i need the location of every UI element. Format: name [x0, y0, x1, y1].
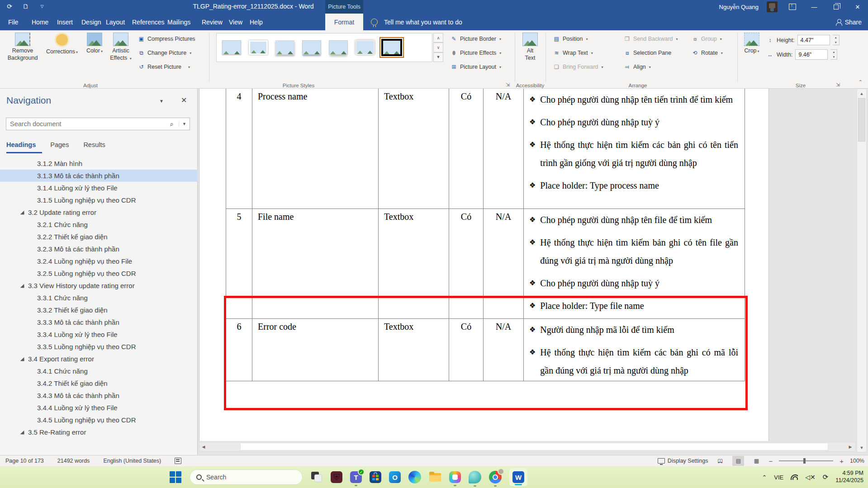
tab-help[interactable]: Help: [248, 14, 265, 30]
picture-layout-button[interactable]: ⊞ Picture Layout▾: [450, 62, 501, 72]
edge-icon[interactable]: [408, 471, 421, 483]
close-button[interactable]: ✕: [851, 0, 864, 14]
task-view-button[interactable]: [310, 471, 323, 483]
horizontal-scrollbar[interactable]: ◀ ▶: [199, 442, 856, 451]
artistic-effects-button[interactable]: Artistic Effects ▾: [108, 33, 134, 62]
nav-heading-item[interactable]: 3.4 Export rating error: [0, 353, 198, 365]
collapse-triangle-icon[interactable]: [20, 430, 24, 434]
ribbon-display-options-icon[interactable]: [786, 0, 799, 14]
nav-heading-item[interactable]: 3.2.1 Chức năng: [0, 218, 198, 231]
scroll-up-icon[interactable]: ▲: [857, 90, 866, 97]
tab-insert[interactable]: Insert: [55, 14, 75, 30]
tab-file[interactable]: File: [6, 14, 20, 30]
nav-heading-item[interactable]: 3.4.2 Thiết kế giao diện: [0, 377, 198, 389]
read-mode-icon[interactable]: 🕮: [714, 456, 726, 466]
nav-heading-item[interactable]: 3.1.3 Mô tả các thành phần: [0, 170, 198, 182]
collapse-ribbon-icon[interactable]: ⌃: [859, 79, 863, 85]
wrap-text-button[interactable]: ≋ Wrap Text▾: [553, 47, 593, 58]
zoom-percentage[interactable]: 100%: [850, 458, 864, 464]
nav-heading-item[interactable]: 3.3.2 Thiết kế giao diện: [0, 304, 198, 316]
search-input[interactable]: [6, 120, 165, 128]
height-spinner[interactable]: ▲▼: [833, 35, 840, 45]
change-picture-button[interactable]: ⧉ Change Picture▾: [138, 47, 191, 58]
nav-heading-item[interactable]: 3.4.5 Luồng nghiệp vụ theo CDR: [0, 414, 198, 426]
zoom-out-icon[interactable]: −: [768, 457, 773, 465]
start-button[interactable]: [169, 471, 182, 483]
taskbar-search-box[interactable]: Search: [190, 469, 303, 485]
restore-button[interactable]: [829, 0, 843, 14]
display-settings-button[interactable]: Display Settings: [658, 458, 708, 464]
picture-style-thumbnail-2[interactable]: [247, 38, 270, 57]
save-icon[interactable]: ⟳: [5, 1, 14, 11]
volume-muted-icon[interactable]: ◁✕: [805, 474, 816, 481]
navigation-search-box[interactable]: ⌕ ▼: [6, 118, 190, 130]
drop-app-icon[interactable]: [469, 471, 481, 483]
nav-heading-item[interactable]: 3.3.3 Mô tả các thành phần: [0, 316, 198, 328]
width-spinner[interactable]: ▲▼: [830, 49, 837, 60]
nav-heading-item[interactable]: 3.4.1 Chức năng: [0, 365, 198, 377]
color-button[interactable]: Color▾: [84, 33, 105, 55]
customize-qat-chevron-icon[interactable]: ▽: [37, 1, 47, 11]
send-backward-button[interactable]: ❐ Send Backward▾: [623, 33, 678, 44]
gallery-scroll-up-icon[interactable]: ∧: [433, 33, 443, 43]
tab-format[interactable]: Format: [325, 14, 363, 30]
share-button[interactable]: Share: [836, 14, 862, 30]
rotate-button[interactable]: ⟲ Rotate▾: [691, 47, 723, 58]
picture-style-thumbnail-3[interactable]: [274, 38, 296, 57]
nav-heading-item[interactable]: 3.1.5 Luồng nghiệp vụ theo CDR: [0, 194, 198, 206]
nav-tab-results[interactable]: Results: [83, 139, 111, 153]
wifi-icon[interactable]: [791, 474, 798, 480]
gallery-more-icon[interactable]: ▼: [433, 52, 443, 62]
update-pending-icon[interactable]: ⟳: [823, 473, 829, 481]
tab-layout[interactable]: Layout: [104, 14, 127, 30]
alt-text-button[interactable]: Alt Text: [518, 33, 542, 62]
nav-heading-item[interactable]: 3.2.5 Luồng nghiệp vụ theo CDR: [0, 267, 198, 280]
nav-heading-item[interactable]: 3.4.4 Luồng xử lý theo File: [0, 402, 198, 414]
tab-home[interactable]: Home: [30, 14, 50, 30]
tray-chevron-up-icon[interactable]: ⌃: [762, 474, 767, 481]
nav-heading-item[interactable]: 3.3 View History update rating error: [0, 280, 198, 292]
zoom-in-icon[interactable]: +: [840, 457, 844, 465]
zoom-slider-handle[interactable]: [803, 458, 806, 464]
picture-style-thumbnail-4[interactable]: [300, 38, 323, 57]
nav-tab-pages[interactable]: Pages: [50, 139, 75, 153]
scroll-right-icon[interactable]: ▶: [846, 445, 854, 449]
proofing-status-icon[interactable]: [175, 458, 181, 464]
nav-heading-item[interactable]: 3.5 Re-Rating error: [0, 426, 198, 438]
nav-heading-item[interactable]: 3.4.3 Mô tả các thành phần: [0, 389, 198, 402]
user-avatar[interactable]: [767, 1, 778, 12]
reset-picture-button[interactable]: ↺ Reset Picture▾: [138, 62, 190, 72]
scroll-down-icon[interactable]: ▼: [857, 444, 866, 451]
nav-heading-item[interactable]: 3.3.1 Chức năng: [0, 292, 198, 304]
picture-style-thumbnail-7-selected[interactable]: [380, 38, 403, 57]
document-page[interactable]: 4Process nameTextboxCóN/A❖Cho phép người…: [199, 89, 769, 441]
remove-background-button[interactable]: Remove Background: [6, 33, 39, 62]
page-indicator[interactable]: Page 10 of 173: [5, 458, 44, 464]
picture-style-thumbnail-5[interactable]: [327, 38, 350, 57]
horizontal-scroll-thumb[interactable]: [240, 443, 828, 450]
language-switcher[interactable]: VIE: [774, 474, 783, 481]
zoom-slider[interactable]: [779, 460, 833, 461]
collapse-triangle-icon[interactable]: [20, 357, 24, 361]
tell-me-box[interactable]: Tell me what you want to do: [371, 14, 462, 30]
picture-border-button[interactable]: ✎ Picture Border▾: [450, 33, 501, 44]
language-indicator[interactable]: English (United States): [103, 458, 161, 464]
microsoft-store-icon[interactable]: [370, 471, 381, 483]
position-button[interactable]: ▤ Position▾: [553, 33, 588, 44]
tab-mailings[interactable]: Mailings: [166, 14, 192, 30]
gallery-scroll-down-icon[interactable]: ∨: [433, 43, 443, 52]
minimize-button[interactable]: —: [807, 0, 821, 14]
nav-heading-item[interactable]: 3.1.4 Luồng xử lý theo File: [0, 182, 198, 194]
navigation-pane-close-icon[interactable]: ✕: [181, 96, 187, 104]
outlook-icon[interactable]: O: [389, 471, 401, 483]
nav-tab-headings[interactable]: Headings: [6, 139, 42, 153]
print-layout-icon[interactable]: ▤: [732, 456, 744, 466]
collapse-triangle-icon[interactable]: [20, 210, 24, 214]
knight-game-icon[interactable]: [331, 471, 342, 483]
word-count[interactable]: 21492 words: [57, 458, 90, 464]
collapse-triangle-icon[interactable]: [20, 284, 24, 288]
nav-heading-item[interactable]: 3.2.3 Mô tả các thành phần: [0, 243, 198, 255]
crop-button[interactable]: Crop▾: [742, 33, 762, 55]
picture-effects-button[interactable]: ⬮ Picture Effects▾: [450, 47, 501, 58]
corrections-button[interactable]: Corrections▾: [43, 33, 81, 56]
